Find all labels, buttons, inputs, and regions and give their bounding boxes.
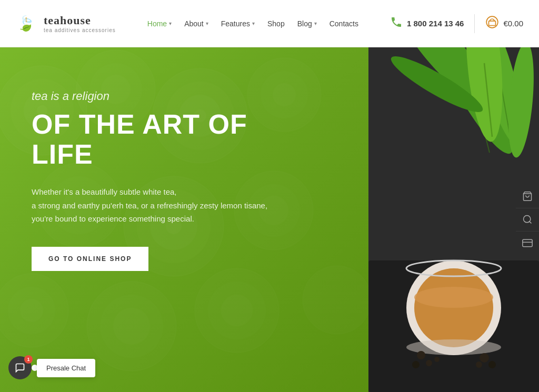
chevron-down-icon: ▾ bbox=[252, 21, 255, 26]
svg-point-50 bbox=[414, 287, 493, 308]
chevron-down-icon: ▾ bbox=[206, 21, 208, 26]
svg-point-37 bbox=[303, 266, 368, 334]
svg-point-33 bbox=[113, 308, 150, 345]
svg-point-54 bbox=[426, 360, 432, 366]
sidebar-cart-button[interactable] bbox=[516, 185, 539, 208]
main-nav: Home ▾ About ▾ Features ▾ Shop Blog ▾ Co… bbox=[147, 19, 358, 28]
svg-text:t: t bbox=[25, 15, 27, 24]
svg-point-59 bbox=[476, 361, 482, 368]
chevron-down-icon: ▾ bbox=[169, 21, 172, 26]
chevron-down-icon: ▾ bbox=[314, 21, 317, 26]
sidebar-icons bbox=[516, 185, 539, 255]
header: 🍃 t teahouse tea additives accessories H… bbox=[0, 0, 539, 47]
phone-icon bbox=[390, 16, 403, 32]
chat-widget: 1 Presale Chat bbox=[8, 356, 95, 379]
logo-icon: 🍃 t bbox=[16, 12, 39, 35]
chat-badge: 1 bbox=[24, 355, 33, 364]
tea-cup bbox=[368, 182, 539, 392]
hero-content: tea is a religion OF THE ART OF LIFE Whe… bbox=[0, 47, 305, 313]
svg-rect-63 bbox=[523, 239, 532, 246]
svg-rect-3 bbox=[489, 21, 496, 25]
sidebar-search-button[interactable] bbox=[516, 208, 539, 232]
sidebar-wallet-button[interactable] bbox=[516, 232, 539, 255]
svg-point-55 bbox=[412, 361, 420, 368]
hero-section: tea is a religion OF THE ART OF LIFE Whe… bbox=[0, 47, 539, 392]
header-right: 1 800 214 13 46 €0.00 bbox=[390, 14, 523, 33]
svg-point-53 bbox=[417, 351, 425, 359]
cart-price: €0.00 bbox=[503, 19, 523, 28]
hero-description: Whether it's a beautifully subtle white … bbox=[32, 185, 274, 226]
nav-item-features[interactable]: Features ▾ bbox=[221, 19, 255, 28]
hero-subtitle: tea is a religion bbox=[32, 89, 274, 103]
nav-item-contacts[interactable]: Contacts bbox=[330, 19, 358, 28]
nav-item-shop[interactable]: Shop bbox=[267, 19, 285, 28]
nav-item-about[interactable]: About ▾ bbox=[184, 19, 208, 28]
brand-name: teahouse bbox=[44, 14, 116, 27]
hero-title: OF THE ART OF LIFE bbox=[32, 109, 274, 169]
hero-right-panel bbox=[368, 47, 539, 392]
logo[interactable]: 🍃 t teahouse tea additives accessories bbox=[16, 12, 116, 35]
logo-text: teahouse tea additives accessories bbox=[44, 14, 116, 33]
svg-point-2 bbox=[487, 16, 498, 28]
svg-point-61 bbox=[524, 216, 531, 223]
nav-item-home[interactable]: Home ▾ bbox=[147, 19, 172, 28]
chat-button[interactable]: 1 bbox=[8, 356, 32, 379]
cart-icon bbox=[485, 15, 499, 32]
svg-point-58 bbox=[488, 361, 496, 368]
svg-line-62 bbox=[530, 222, 532, 224]
brand-tagline: tea additives accessories bbox=[44, 27, 116, 33]
chat-label[interactable]: Presale Chat bbox=[37, 359, 95, 377]
phone-number: 1 800 214 13 46 bbox=[407, 19, 464, 28]
svg-point-57 bbox=[480, 353, 489, 363]
cart-area[interactable]: €0.00 bbox=[485, 15, 523, 32]
cta-button[interactable]: GO TO ONLINE SHOP bbox=[32, 247, 148, 271]
header-divider bbox=[474, 14, 475, 33]
nav-item-blog[interactable]: Blog ▾ bbox=[297, 19, 317, 28]
svg-point-56 bbox=[434, 357, 440, 362]
phone-area[interactable]: 1 800 214 13 46 bbox=[390, 16, 464, 32]
